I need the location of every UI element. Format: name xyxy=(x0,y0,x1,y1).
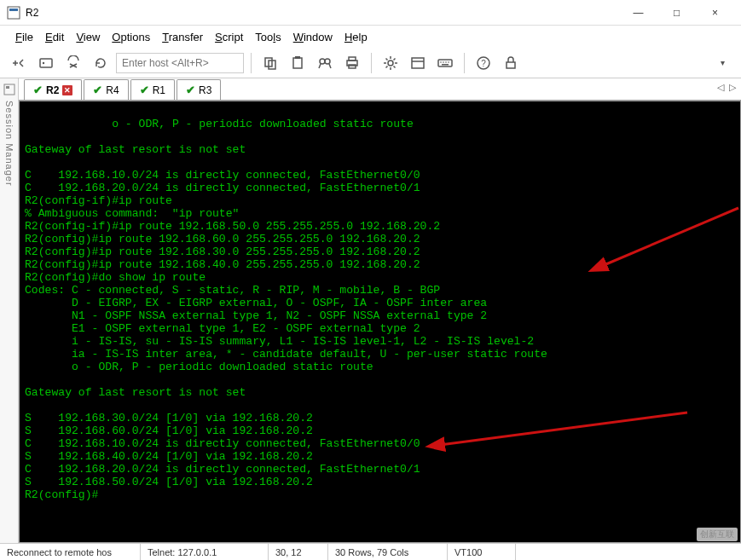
find-button[interactable] xyxy=(313,51,337,75)
status-reconnect: Reconnect to remote hos xyxy=(0,544,141,560)
lock-button[interactable] xyxy=(499,51,523,75)
session-options-button[interactable] xyxy=(406,51,430,75)
check-icon: ✔ xyxy=(186,84,195,96)
annotation-arrow xyxy=(378,391,704,488)
menu-options[interactable]: Options xyxy=(112,31,150,43)
minimize-button[interactable]: — xyxy=(619,1,657,25)
status-telnet: Telnet: 127.0.0.1 xyxy=(141,544,269,560)
svg-rect-15 xyxy=(438,60,452,66)
disconnect-button[interactable] xyxy=(61,51,85,75)
toolbar-separator xyxy=(371,53,372,73)
statusbar: Reconnect to remote hos Telnet: 127.0.0.… xyxy=(0,543,741,560)
print-button[interactable] xyxy=(340,51,364,75)
quick-connect-button[interactable] xyxy=(7,51,31,75)
svg-point-18 xyxy=(445,61,447,63)
svg-rect-7 xyxy=(295,56,300,59)
status-cursor: 30, 12 xyxy=(269,544,328,560)
tab-r1[interactable]: ✔ R1 xyxy=(130,79,175,100)
tab-prev-button[interactable]: ◁ xyxy=(717,82,724,93)
svg-point-16 xyxy=(440,61,442,63)
svg-point-13 xyxy=(388,61,393,66)
svg-rect-23 xyxy=(507,62,515,68)
svg-point-19 xyxy=(448,61,449,63)
status-spacer xyxy=(516,544,741,560)
reconnect-button[interactable] xyxy=(89,51,113,75)
svg-line-26 xyxy=(602,208,738,266)
svg-line-27 xyxy=(440,413,687,445)
paste-button[interactable] xyxy=(286,51,310,75)
svg-rect-2 xyxy=(40,59,52,67)
tab-label: R4 xyxy=(106,84,119,96)
tab-next-button[interactable]: ▷ xyxy=(729,82,736,93)
tab-r4[interactable]: ✔ R4 xyxy=(84,79,128,100)
tab-label: R3 xyxy=(199,84,211,96)
svg-text:?: ? xyxy=(481,59,486,68)
session-manager-icon xyxy=(3,84,15,95)
svg-rect-1 xyxy=(9,9,18,11)
copy-button[interactable] xyxy=(258,51,282,75)
svg-rect-14 xyxy=(412,58,424,68)
app-icon xyxy=(7,6,20,20)
toolbar-separator xyxy=(464,53,465,73)
connect-button[interactable] xyxy=(34,51,58,75)
toolbar: ? ▾ xyxy=(0,48,741,78)
settings-button[interactable] xyxy=(379,51,402,75)
tab-label: R2 xyxy=(46,84,59,96)
keyboard-button[interactable] xyxy=(433,51,457,75)
menu-help[interactable]: Help xyxy=(344,31,368,43)
titlebar: R2 — □ × xyxy=(0,0,741,26)
toolbar-separator xyxy=(251,53,252,73)
svg-point-9 xyxy=(325,59,330,64)
status-size: 30 Rows, 79 Cols xyxy=(328,544,448,560)
svg-rect-20 xyxy=(442,64,449,66)
svg-rect-12 xyxy=(349,65,356,68)
menu-tools[interactable]: Tools xyxy=(255,31,281,43)
tabstrip: ✔ R2 ✕ ✔ R4 ✔ R1 ✔ R3 ◁ ▷ xyxy=(19,78,741,101)
session-manager-rail[interactable]: Session Manager xyxy=(0,78,19,543)
check-icon: ✔ xyxy=(93,84,102,96)
tab-r2[interactable]: ✔ R2 ✕ xyxy=(24,79,82,100)
menu-window[interactable]: Window xyxy=(293,31,333,43)
status-emulation: VT100 xyxy=(448,544,516,560)
svg-point-3 xyxy=(43,61,44,63)
check-icon: ✔ xyxy=(140,84,149,96)
svg-rect-11 xyxy=(349,57,356,61)
menu-edit[interactable]: Edit xyxy=(45,31,64,43)
maximize-button[interactable]: □ xyxy=(657,1,696,25)
svg-rect-25 xyxy=(6,86,9,89)
terminal[interactable]: o - ODR, P - periodic downloaded static … xyxy=(19,101,741,543)
tab-label: R1 xyxy=(153,84,165,96)
menu-script[interactable]: Script xyxy=(215,31,243,43)
menu-file[interactable]: File xyxy=(15,31,33,43)
menubar: File Edit View Options Transfer Script T… xyxy=(0,26,741,48)
check-icon: ✔ xyxy=(33,84,43,96)
annotation-arrow xyxy=(540,187,741,318)
tab-r3[interactable]: ✔ R3 xyxy=(177,79,221,100)
tab-close-button[interactable]: ✕ xyxy=(62,85,72,95)
host-input[interactable] xyxy=(116,53,244,73)
toolbar-overflow-button[interactable]: ▾ xyxy=(710,51,734,75)
terminal-output: o - ODR, P - periodic downloaded static … xyxy=(25,118,547,501)
help-button[interactable]: ? xyxy=(472,51,495,75)
window-title: R2 xyxy=(26,7,619,19)
menu-view[interactable]: View xyxy=(76,31,100,43)
session-manager-label: Session Manager xyxy=(4,101,14,187)
svg-rect-24 xyxy=(4,84,14,95)
menu-transfer[interactable]: Transfer xyxy=(162,31,203,43)
svg-rect-6 xyxy=(293,58,302,68)
svg-point-17 xyxy=(443,61,444,63)
watermark: 创新互联 xyxy=(697,528,738,541)
svg-point-8 xyxy=(320,59,325,64)
close-button[interactable]: × xyxy=(696,1,734,25)
